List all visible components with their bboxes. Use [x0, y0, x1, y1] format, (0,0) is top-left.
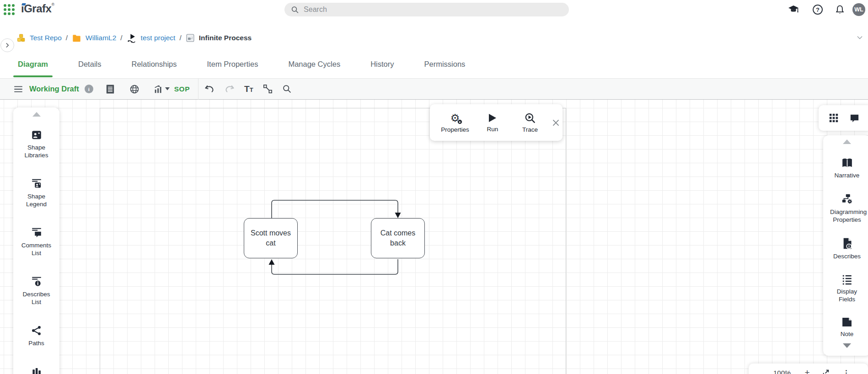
version-info-icon[interactable]: i — [85, 85, 93, 93]
breadcrumb-repo-link[interactable]: Test Repo — [30, 34, 62, 42]
tab-relationships[interactable]: Relationships — [127, 50, 181, 78]
breadcrumb-collapse-chevron[interactable] — [856, 34, 863, 41]
text-style-icon[interactable]: TT — [244, 84, 253, 94]
scroll-up-icon[interactable] — [843, 139, 851, 144]
tab-bar: Diagram Details Relationships Item Prope… — [0, 50, 868, 79]
scroll-down-icon[interactable] — [843, 343, 851, 348]
flow-connectors — [0, 100, 868, 374]
breadcrumb-project-link[interactable]: test project — [141, 34, 176, 42]
connector-bottom — [272, 259, 398, 274]
expand-panel-button[interactable] — [0, 38, 14, 52]
shape-libraries-icon — [31, 129, 43, 141]
run-button[interactable]: Run — [474, 112, 511, 133]
paths-share-icon — [31, 325, 43, 337]
right-tool-panel: Narrative Diagramming Properties Describ… — [823, 135, 868, 356]
diagram-toolbar: Working Draft i SOP TT — [0, 79, 868, 100]
grid-view-icon[interactable] — [829, 113, 839, 123]
connector-tool-icon[interactable] — [263, 84, 273, 94]
process-node[interactable]: Scott moves cat — [244, 218, 298, 258]
properties-button[interactable]: ⚙ Properties — [436, 112, 474, 133]
search-input[interactable] — [304, 5, 563, 14]
chevron-down-icon — [856, 34, 863, 41]
notifications-bell-icon[interactable] — [835, 4, 845, 15]
academy-icon[interactable] — [788, 4, 799, 15]
globe-language-icon[interactable] — [129, 84, 139, 94]
help-icon[interactable]: ? — [813, 5, 823, 15]
zoom-in-button[interactable]: + — [804, 368, 809, 374]
igrafx-app: iGrafx® ? WL Test Repo / WilliamL2 / tes… — [0, 0, 868, 374]
version-selector[interactable]: Working Draft — [29, 85, 79, 93]
arrange-icon — [31, 366, 43, 374]
note-icon — [841, 317, 853, 327]
project-icon — [127, 33, 137, 43]
breadcrumb-separator: / — [120, 34, 122, 42]
trace-icon — [524, 112, 536, 124]
comments-list-icon — [31, 227, 43, 239]
top-bar: iGrafx® ? WL — [0, 0, 868, 19]
process-node[interactable]: Cat comes back — [371, 218, 425, 258]
run-icon — [489, 114, 496, 122]
shape-legend-icon — [31, 178, 43, 190]
folder-icon — [72, 34, 81, 43]
narrative-button[interactable]: Narrative — [830, 158, 864, 179]
sop-button[interactable]: SOP — [174, 85, 190, 93]
diagramming-properties-icon — [841, 193, 853, 205]
display-fields-button[interactable]: Display Fields — [830, 274, 864, 303]
zoom-level: 100% — [773, 369, 791, 374]
left-tool-panel: Shape Libraries Shape Legend Comments Li… — [13, 107, 59, 374]
global-search[interactable] — [284, 3, 569, 16]
tab-manage-cycles[interactable]: Manage Cycles — [284, 50, 345, 78]
close-icon[interactable] — [552, 118, 560, 127]
scroll-up-icon[interactable] — [32, 112, 41, 117]
breadcrumb: Test Repo / WilliamL2 / test project / I… — [0, 19, 868, 50]
process-icon — [186, 33, 195, 43]
diagramming-properties-button[interactable]: Diagramming Properties — [830, 193, 864, 224]
document-view-icon[interactable] — [106, 84, 115, 94]
tab-permissions[interactable]: Permissions — [419, 50, 470, 78]
gear-play-badge — [457, 119, 462, 124]
repository-icon — [16, 33, 26, 43]
zoom-search-icon[interactable] — [282, 84, 292, 94]
paths-button[interactable]: Paths — [18, 325, 55, 347]
narrative-book-icon — [841, 158, 853, 169]
search-icon — [291, 5, 299, 14]
node-context-toolbar: ⚙ Properties Run Trace — [430, 104, 563, 141]
note-button[interactable]: Note — [830, 317, 864, 338]
describes-list-button[interactable]: Describes List — [18, 276, 55, 306]
chevron-right-icon — [4, 42, 11, 48]
diagram-canvas[interactable]: Scott moves cat Cat comes back — [0, 100, 868, 374]
shape-legend-button[interactable]: Shape Legend — [18, 178, 55, 208]
describes-button[interactable]: Describes — [830, 237, 864, 260]
arrowhead-down — [395, 213, 401, 218]
shape-libraries-button[interactable]: Shape Libraries — [18, 129, 55, 159]
trace-button[interactable]: Trace — [511, 112, 549, 133]
breadcrumb-separator: / — [66, 34, 68, 42]
connector-top — [272, 200, 398, 218]
toolbar-divider — [198, 79, 198, 100]
breadcrumb-folder-link[interactable]: WilliamL2 — [86, 34, 116, 42]
app-launcher-icon[interactable] — [4, 4, 16, 16]
describes-file-icon — [841, 237, 853, 250]
arrowhead-up — [269, 259, 275, 265]
menu-hamburger-icon[interactable] — [14, 85, 23, 93]
redo-icon[interactable] — [224, 85, 235, 93]
igrafx-logo: iGrafx® — [21, 2, 54, 15]
kebab-menu-icon[interactable]: ⋮ — [842, 369, 850, 374]
comments-list-button[interactable]: Comments List — [18, 227, 55, 257]
tab-item-properties[interactable]: Item Properties — [203, 50, 263, 78]
display-fields-list-icon — [841, 274, 853, 285]
user-avatar[interactable]: WL — [852, 3, 865, 16]
undo-icon[interactable] — [204, 85, 215, 93]
caret-down-icon — [165, 87, 170, 91]
zoom-control-bar: 100% + ⋮ — [749, 363, 868, 374]
tab-history[interactable]: History — [366, 50, 398, 78]
fullscreen-expand-icon[interactable] — [822, 369, 830, 374]
comment-bubble-icon[interactable] — [849, 113, 860, 123]
describes-list-icon — [31, 276, 43, 288]
right-view-switcher — [819, 105, 868, 131]
performance-chart-icon[interactable] — [153, 84, 170, 94]
tab-details[interactable]: Details — [74, 50, 106, 78]
breadcrumb-current-item: Infinite Process — [199, 34, 252, 42]
arrange-button[interactable]: Arrange — [18, 366, 55, 374]
tab-diagram[interactable]: Diagram — [13, 50, 53, 78]
